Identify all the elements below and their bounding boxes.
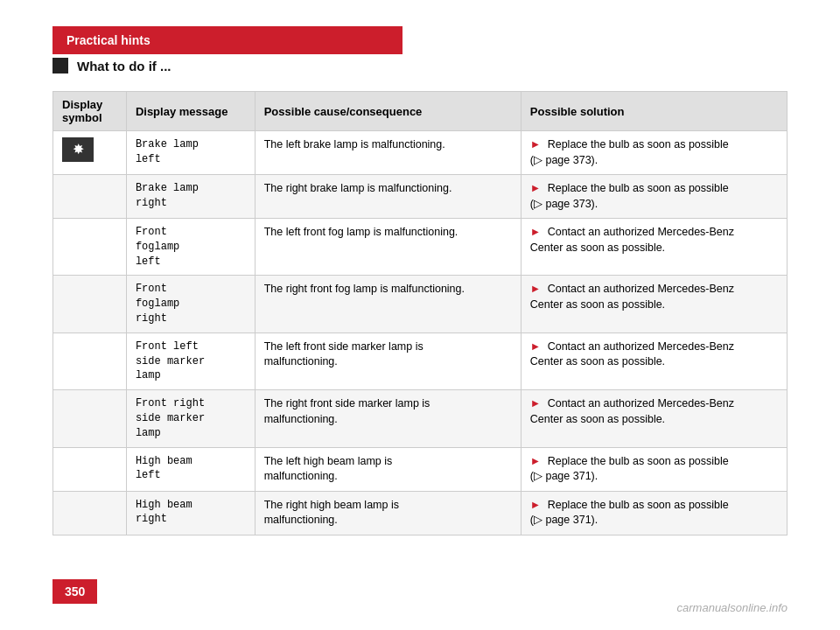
cell-solution: ► Contact an authorized Mercedes-Benz Ce… bbox=[521, 219, 787, 276]
subheader-row: What to do if ... bbox=[52, 58, 788, 74]
cell-solution: ► Replace the bulb as soon as possible (… bbox=[521, 491, 787, 535]
col-header-cause: Possible cause/consequence bbox=[255, 92, 521, 131]
solution-arrow-icon: ► bbox=[530, 499, 541, 511]
cell-message: Front foglamp right bbox=[126, 276, 255, 332]
solution-arrow-icon: ► bbox=[530, 397, 541, 410]
solution-text: Replace the bulb as soon as possible (▷ … bbox=[530, 138, 729, 166]
cell-message: Brake lamp left bbox=[126, 131, 255, 175]
cell-cause: The right high beam lamp is malfunctioni… bbox=[255, 491, 521, 535]
solution-arrow-icon: ► bbox=[530, 182, 541, 194]
subheader-text: What to do if ... bbox=[77, 59, 171, 74]
col-header-symbol: Display symbol bbox=[53, 92, 127, 131]
cell-symbol bbox=[53, 219, 127, 276]
table-row: High beam rightThe right high beam lamp … bbox=[53, 491, 788, 535]
cell-solution: ► Contact an authorized Mercedes-Benz Ce… bbox=[521, 276, 787, 332]
cell-symbol bbox=[53, 390, 127, 447]
solution-arrow-icon: ► bbox=[530, 283, 541, 295]
table-row: ✸Brake lamp leftThe left brake lamp is m… bbox=[53, 131, 788, 175]
cell-symbol bbox=[53, 276, 127, 332]
watermark: carmanualsonline.info bbox=[677, 601, 788, 614]
cell-message: High beam left bbox=[126, 447, 255, 491]
solution-text: Replace the bulb as soon as possible (▷ … bbox=[530, 182, 729, 210]
solution-text: Contact an authorized Mercedes-Benz Cent… bbox=[530, 340, 734, 368]
cell-solution: ► Contact an authorized Mercedes-Benz Ce… bbox=[521, 332, 787, 389]
cell-message: Front right side marker lamp bbox=[126, 390, 255, 447]
cell-symbol bbox=[53, 175, 127, 219]
cell-message: Front foglamp left bbox=[126, 219, 255, 276]
cell-solution: ► Replace the bulb as soon as possible (… bbox=[521, 131, 787, 175]
cell-cause: The left front fog lamp is malfunctionin… bbox=[255, 219, 521, 276]
solution-text: Replace the bulb as soon as possible (▷ … bbox=[530, 499, 729, 527]
table-row: Front foglamp leftThe left front fog lam… bbox=[53, 219, 788, 276]
table-header-row: Display symbol Display message Possible … bbox=[53, 92, 788, 131]
cell-solution: ► Replace the bulb as soon as possible (… bbox=[521, 447, 787, 491]
cell-cause: The right brake lamp is malfunctioning. bbox=[255, 175, 521, 219]
table-row: Front left side marker lampThe left fron… bbox=[53, 332, 788, 389]
table-row: Front foglamp rightThe right front fog l… bbox=[53, 276, 788, 332]
black-square-icon bbox=[52, 58, 68, 74]
cell-cause: The right front fog lamp is malfunctioni… bbox=[255, 276, 521, 332]
cell-solution: ► Replace the bulb as soon as possible (… bbox=[521, 175, 787, 219]
cell-message: Brake lamp right bbox=[126, 175, 255, 219]
page-number: 350 bbox=[52, 579, 97, 604]
solution-arrow-icon: ► bbox=[530, 226, 541, 238]
col-header-message: Display message bbox=[126, 92, 255, 131]
cell-symbol bbox=[53, 447, 127, 491]
solution-text: Contact an authorized Mercedes-Benz Cent… bbox=[530, 226, 734, 254]
solution-arrow-icon: ► bbox=[530, 138, 541, 150]
cell-cause: The right front side marker lamp is malf… bbox=[255, 390, 521, 447]
solution-arrow-icon: ► bbox=[530, 455, 541, 467]
table-row: Brake lamp rightThe right brake lamp is … bbox=[53, 175, 788, 219]
cell-cause: The left brake lamp is malfunctioning. bbox=[255, 131, 521, 175]
solution-text: Contact an authorized Mercedes-Benz Cent… bbox=[530, 397, 734, 425]
cell-message: Front left side marker lamp bbox=[126, 332, 255, 389]
header-bar: Practical hints bbox=[52, 26, 402, 54]
main-table: Display symbol Display message Possible … bbox=[52, 91, 788, 536]
solution-arrow-icon: ► bbox=[530, 340, 541, 353]
col-header-solution: Possible solution bbox=[521, 92, 787, 131]
cell-cause: The left front side marker lamp is malfu… bbox=[255, 332, 521, 389]
solution-text: Replace the bulb as soon as possible (▷ … bbox=[530, 455, 729, 483]
cell-symbol bbox=[53, 332, 127, 389]
cell-message: High beam right bbox=[126, 491, 255, 535]
table-row: Front right side marker lampThe right fr… bbox=[53, 390, 788, 447]
cell-symbol bbox=[53, 491, 127, 535]
cell-cause: The left high beam lamp is malfunctionin… bbox=[255, 447, 521, 491]
lamp-icon: ✸ bbox=[62, 137, 94, 162]
cell-solution: ► Contact an authorized Mercedes-Benz Ce… bbox=[521, 390, 787, 447]
table-row: High beam leftThe left high beam lamp is… bbox=[53, 447, 788, 491]
solution-text: Contact an authorized Mercedes-Benz Cent… bbox=[530, 283, 734, 311]
header-title: Practical hints bbox=[66, 33, 150, 47]
cell-symbol: ✸ bbox=[53, 131, 127, 175]
page-container: Practical hints What to do if ... Displa… bbox=[0, 0, 840, 630]
